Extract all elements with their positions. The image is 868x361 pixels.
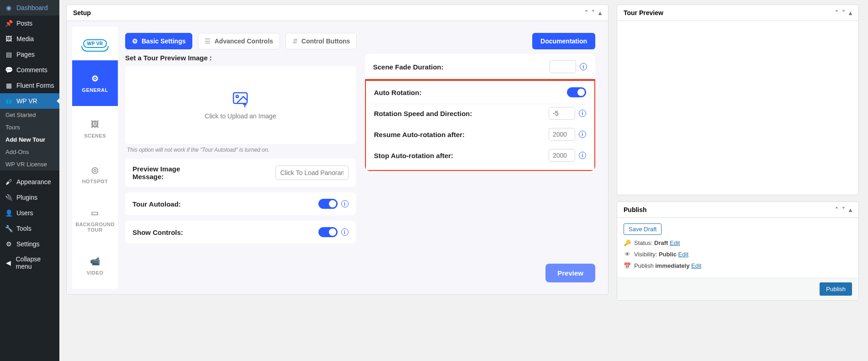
sidebar-item-tools[interactable]: 🔧 Tools bbox=[0, 221, 59, 236]
auto-rotation-toggle[interactable] bbox=[567, 87, 586, 97]
status-edit-link[interactable]: Edit bbox=[670, 239, 680, 246]
status-label: Status: bbox=[634, 239, 654, 246]
gear-small-icon: ⚙ bbox=[132, 37, 138, 45]
panel-title: Publish bbox=[624, 206, 647, 213]
vtab-scenes[interactable]: 🖼 SCENES bbox=[72, 106, 118, 152]
subitem-get-started[interactable]: Get Started bbox=[0, 109, 59, 121]
tab-basic-settings[interactable]: ⚙ Basic Settings bbox=[125, 33, 192, 49]
sidebar-item-dashboard[interactable]: ◉ Dashboard bbox=[0, 0, 59, 16]
sidebar-item-fluentforms[interactable]: ▦ Fluent Forms bbox=[0, 78, 59, 93]
settings-right-column: Scene Fade Duration: i Auto Rotation: bbox=[365, 54, 596, 244]
panel-move-up-icon[interactable]: ˄ bbox=[835, 9, 838, 16]
collapse-icon: ◀ bbox=[5, 259, 12, 267]
svg-point-1 bbox=[236, 96, 238, 98]
sidebar-item-posts[interactable]: 📌 Posts bbox=[0, 16, 59, 31]
panel-move-up-icon[interactable]: ˄ bbox=[835, 206, 838, 213]
vtab-label: VIDEO bbox=[87, 270, 104, 276]
info-icon[interactable]: i bbox=[341, 228, 349, 236]
rotation-speed-input[interactable] bbox=[549, 107, 575, 120]
resume-rotation-label: Resume Auto-rotation after: bbox=[374, 131, 465, 138]
resume-rotation-row: Resume Auto-rotation after: i bbox=[374, 128, 587, 141]
rotation-speed-label: Rotation Speed and Direction: bbox=[374, 110, 472, 117]
publish-edit-link[interactable]: Edit bbox=[691, 262, 701, 269]
subitem-addons[interactable]: Add-Ons bbox=[0, 146, 59, 158]
sidebar-label: Comments bbox=[16, 66, 48, 74]
panel-toggle-icon[interactable]: ▴ bbox=[849, 9, 852, 16]
sidebar-item-appearance[interactable]: 🖌 Appearance bbox=[0, 174, 59, 190]
info-icon[interactable]: i bbox=[579, 131, 586, 138]
sidebar-item-comments[interactable]: 💬 Comments bbox=[0, 62, 59, 78]
top-tabs-row: ⚙ Basic Settings ☰ Advanced Controls ⇵ C… bbox=[118, 27, 603, 54]
sidebar-label: WP VR bbox=[16, 97, 37, 105]
preview-image-heading: Set a Tour Preview Image : bbox=[125, 54, 356, 62]
publish-panel: Publish ˄ ˅ ▴ Save Draft 🔑 Status: Draft… bbox=[617, 202, 859, 301]
vtab-label: BACKGROUND TOUR bbox=[72, 222, 118, 233]
user-icon: 👤 bbox=[5, 209, 13, 217]
panel-title: Setup bbox=[73, 9, 91, 16]
setup-content: ⚙ Basic Settings ☰ Advanced Controls ⇵ C… bbox=[118, 27, 603, 289]
tour-autoload-toggle[interactable] bbox=[318, 199, 338, 209]
tab-control-buttons[interactable]: ⇵ Control Buttons bbox=[286, 33, 357, 49]
sidebar-item-media[interactable]: 🖼 Media bbox=[0, 31, 59, 47]
panel-move-down-icon[interactable]: ˅ bbox=[842, 9, 845, 16]
sidebar-label: Plugins bbox=[16, 194, 37, 201]
subitem-tours[interactable]: Tours bbox=[0, 121, 59, 133]
vtab-background-tour[interactable]: ▭ BACKGROUND TOUR bbox=[72, 197, 118, 243]
info-icon[interactable]: i bbox=[580, 63, 587, 70]
scene-fade-input[interactable] bbox=[550, 60, 576, 73]
sidebar-item-users[interactable]: 👤 Users bbox=[0, 205, 59, 221]
wpvr-logo: WP VR bbox=[72, 27, 118, 60]
screen-icon: ▭ bbox=[91, 208, 99, 218]
preview-msg-input[interactable] bbox=[275, 165, 349, 180]
sidebar-label: Settings bbox=[16, 240, 40, 248]
subitem-add-new-tour[interactable]: Add New Tour bbox=[0, 133, 59, 146]
subitem-license[interactable]: WP VR License bbox=[0, 158, 59, 170]
upload-image-icon bbox=[231, 90, 249, 109]
publish-header: Publish ˄ ˅ ▴ bbox=[617, 202, 858, 218]
panel-toggle-icon[interactable]: ▴ bbox=[598, 9, 602, 16]
calendar-icon: 📅 bbox=[624, 262, 631, 269]
info-icon[interactable]: i bbox=[579, 152, 586, 159]
sidebar-item-pages[interactable]: ▤ Pages bbox=[0, 47, 59, 62]
vtab-video[interactable]: 📹 VIDEO bbox=[72, 243, 118, 289]
gear-icon: ⚙ bbox=[91, 74, 99, 84]
tour-preview-header: Tour Preview ˄ ˅ ▴ bbox=[617, 5, 858, 21]
sidebar-label: Dashboard bbox=[16, 4, 48, 11]
panel-toggle-icon[interactable]: ▴ bbox=[849, 206, 852, 213]
documentation-button[interactable]: Documentation bbox=[532, 33, 595, 49]
save-draft-button[interactable]: Save Draft bbox=[624, 223, 662, 235]
show-controls-toggle[interactable] bbox=[318, 227, 338, 237]
rotation-speed-row: Rotation Speed and Direction: i bbox=[374, 107, 587, 120]
publish-status-row: 🔑 Status: Draft Edit bbox=[624, 239, 852, 246]
upload-image-box[interactable]: Click to Upload an Image bbox=[125, 66, 356, 144]
vtab-general[interactable]: ⚙ GENERAL bbox=[72, 60, 118, 106]
upload-text: Click to Upload an Image bbox=[205, 112, 276, 120]
panel-move-down-icon[interactable]: ˅ bbox=[592, 9, 595, 16]
vtab-label: SCENES bbox=[84, 133, 106, 138]
stop-rotation-input[interactable] bbox=[549, 149, 575, 162]
info-icon[interactable]: i bbox=[579, 110, 586, 117]
sidebar-item-plugins[interactable]: 🔌 Plugins bbox=[0, 190, 59, 205]
scene-fade-label: Scene Fade Duration: bbox=[373, 63, 444, 71]
resume-rotation-input[interactable] bbox=[549, 128, 575, 141]
tour-autoload-row: Tour Autoload: i bbox=[125, 192, 356, 215]
setup-panel-header: Setup ˄ ˅ ▴ bbox=[67, 5, 608, 21]
visibility-label: Visibility: bbox=[634, 251, 659, 258]
publish-button[interactable]: Publish bbox=[820, 282, 852, 296]
panel-move-down-icon[interactable]: ˅ bbox=[842, 206, 845, 213]
sidebar-item-settings[interactable]: ⚙ Settings bbox=[0, 236, 59, 252]
vtab-hotspot[interactable]: ◎ HOTSPOT bbox=[72, 152, 118, 197]
panel-move-up-icon[interactable]: ˄ bbox=[585, 9, 588, 16]
sidebar-label: Pages bbox=[16, 51, 35, 58]
sidebar-label: Collapse menu bbox=[16, 255, 55, 270]
sidebar-label: Tools bbox=[16, 225, 32, 232]
info-icon[interactable]: i bbox=[341, 200, 349, 207]
tab-advanced-controls[interactable]: ☰ Advanced Controls bbox=[198, 33, 280, 49]
sidebar-item-wpvr[interactable]: ◖◗ WP VR bbox=[0, 93, 59, 109]
preview-button[interactable]: Preview bbox=[545, 264, 595, 282]
tab-label: Basic Settings bbox=[142, 37, 185, 45]
visibility-edit-link[interactable]: Edit bbox=[678, 251, 688, 258]
sidebar-item-collapse[interactable]: ◀ Collapse menu bbox=[0, 252, 59, 274]
pin-icon: 📌 bbox=[5, 19, 13, 27]
video-icon: 📹 bbox=[90, 256, 101, 266]
